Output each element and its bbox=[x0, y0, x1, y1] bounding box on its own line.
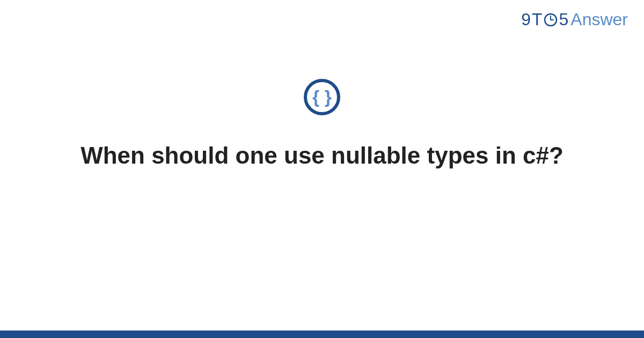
question-title: When should one use nullable types in c#… bbox=[32, 139, 612, 171]
brand-five: 5 bbox=[559, 10, 569, 30]
code-braces-icon: { } bbox=[303, 78, 341, 119]
site-brand-logo: 9 T 5 Answer bbox=[521, 10, 628, 30]
brand-nine: 9 bbox=[521, 10, 531, 30]
clock-icon bbox=[544, 13, 558, 27]
brand-t: T bbox=[532, 10, 542, 30]
brand-answer: Answer bbox=[570, 10, 628, 30]
svg-text:{ }: { } bbox=[312, 86, 332, 107]
footer-accent-bar bbox=[0, 330, 644, 338]
